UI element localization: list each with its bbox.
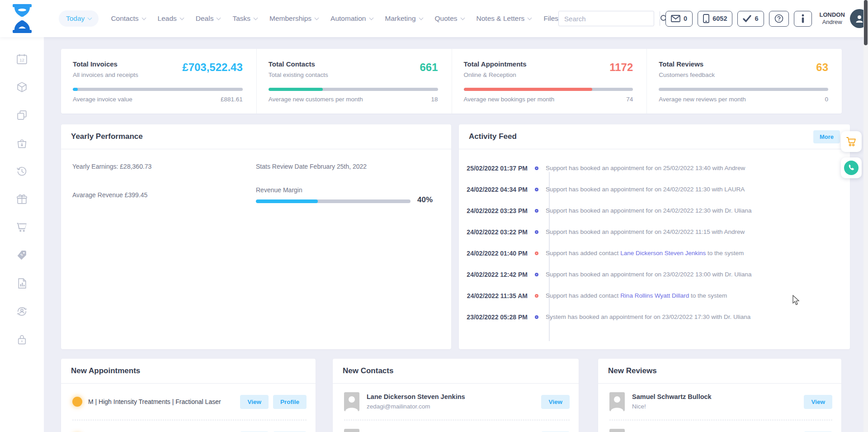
panel-title: New Appointments [71,366,140,375]
feed-text: Support has booked an appointment for on… [546,228,850,235]
feed-time: 24/02/2022 04:34 PM [459,186,528,193]
price-tag-icon[interactable]: $ [16,249,28,261]
stat-title: Total Reviews [659,60,828,68]
floating-cart-widget[interactable] [841,131,862,152]
contact-link[interactable]: Rina Rollins Wyatt Dillard [620,292,689,299]
timeline-dot-wrap [528,166,546,170]
stat-card-total-invoices: Total Invoices All invoices and receipts… [61,49,256,114]
feed-text-prefix: Support has added contact [546,250,620,256]
feed-time: 24/02/2022 12:42 PM [459,271,528,278]
nav-item-files[interactable]: Files [543,14,558,23]
page-scrollbar[interactable] [863,0,868,432]
revenue-margin-fill [256,199,318,203]
average-revenue: Avarage Revenue £399.45 [72,191,147,199]
nav-label: Today [66,14,85,23]
appointment-row: Botox 3 Areas View Profile [61,420,316,432]
nav-item-memberships[interactable]: Memberships [269,14,318,23]
chevron-down-icon [419,15,423,20]
appointment-status-dot [72,397,82,407]
timeline-dot-wrap [528,209,546,213]
stat-progress-track [659,88,828,91]
nav-label: Automation [330,14,366,23]
feed-time: 24/02/2022 01:40 PM [459,250,528,257]
bag-download-icon[interactable] [16,137,28,149]
nav-item-leads[interactable]: Leads [158,14,184,23]
feed-time: 24/02/2022 03:23 PM [459,207,528,214]
mail-badge[interactable]: 0 [665,11,693,27]
brand-logo[interactable] [11,4,33,33]
nav-item-deals[interactable]: Deals [196,14,221,23]
gift-icon[interactable] [16,193,28,205]
stat-footer-value: 0 [825,96,828,103]
panel-header: New Reviews [598,359,841,384]
nav-item-tasks[interactable]: Tasks [232,14,257,23]
feed-text: Support has booked an appointment for on… [546,165,850,171]
nav-item-marketing[interactable]: Marketing [385,14,423,23]
nav-item-quotes[interactable]: Quotes [435,14,464,23]
feed-text-suffix: to the system [706,250,744,256]
panel-header: New Appointments [61,359,316,384]
panel-header: New Contacts [333,359,579,384]
feed-time: 23/02/2022 05:28 PM [459,313,528,321]
topbar-actions: 0 6052 6 LONDON [558,9,868,28]
help-badge[interactable] [769,11,789,27]
view-button[interactable]: View [240,395,269,409]
feed-text: Support has booked an appointment for on… [546,271,850,278]
feed-text: Support has added contact Rina Rollins W… [546,292,850,299]
feed-text: Support has booked an appointment for on… [546,207,850,214]
report-document-icon[interactable] [16,277,28,290]
timeline-dot-wrap [528,315,546,319]
nav-label: Memberships [269,14,311,23]
stat-value: £703,522.43 [182,61,242,74]
search-input[interactable] [559,15,660,23]
stat-value: 1172 [609,61,633,74]
timeline-dot-wrap [528,252,546,255]
review-row: Samuel Schwartz Bullock Nice! View [598,384,841,420]
timeline-dot [535,209,538,213]
nav-label: Quotes [435,14,458,23]
chevron-down-icon [142,15,146,20]
more-button[interactable]: More [813,130,840,143]
floating-phone-widget[interactable] [841,157,862,178]
left-sidebar: 12 [0,37,44,432]
hourglass-logo-icon [11,4,33,33]
stat-footer-value: £881.61 [221,96,243,103]
stat-progress-fill [269,88,323,91]
tasks-badge[interactable]: 6 [737,11,764,27]
stat-subtitle: Online & Reception [464,71,633,78]
nav-item-today[interactable]: Today [59,10,99,27]
info-badge[interactable] [794,11,812,27]
contact-meta: Lane Dickerson Steven Jenkins zedagi@mai… [367,392,541,411]
nav-label: Marketing [385,14,416,23]
calendar-icon[interactable]: 12 [16,52,28,65]
chevron-down-icon [528,15,532,20]
dashboard-page: { "nav": { "items": [ { "label": "Today"… [0,0,868,432]
lock-icon[interactable] [16,333,28,346]
user-name: Andrew [820,19,845,26]
yearly-earnings: Yearly Earnings: £28,360.73 [72,163,151,170]
duplicate-windows-icon[interactable] [16,109,28,121]
top-navigation-bar: Today Contacts Leads Deals Tasks Members… [0,0,868,37]
package-icon[interactable] [16,81,28,93]
view-button[interactable]: View [541,395,570,409]
stat-footer-value: 18 [431,96,438,103]
user-location: LONDON [820,11,845,19]
view-button[interactable]: View [804,395,832,409]
phone-icon [848,164,855,171]
feed-item: 24/02/2022 12:42 PM Support has booked a… [459,264,850,285]
scrollbar-thumb[interactable] [864,0,868,45]
nav-item-notes-letters[interactable]: Notes & Letters [476,14,532,23]
nav-item-automation[interactable]: Automation [330,14,373,23]
profile-button[interactable]: Profile [273,395,307,409]
account-sync-icon[interactable] [16,305,28,318]
feed-text-prefix: Support has added contact [546,292,620,299]
chevron-down-icon [217,15,221,20]
phone-badge[interactable]: 6052 [698,11,732,27]
contact-link[interactable]: Lane Dickerson Steven Jenkins [620,250,706,256]
nav-item-contacts[interactable]: Contacts [111,14,145,23]
nav-label: Leads [158,14,177,23]
history-clock-icon[interactable] [16,165,28,177]
mail-count: 0 [684,15,687,22]
shopping-cart-icon[interactable] [16,221,28,233]
chevron-down-icon [179,15,184,20]
